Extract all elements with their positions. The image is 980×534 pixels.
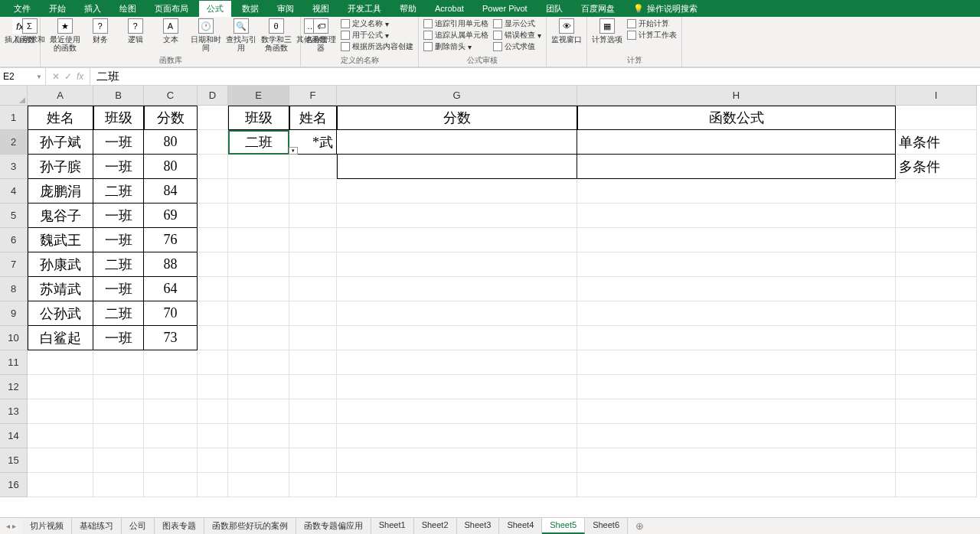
cell-H13[interactable] [577, 399, 896, 424]
cell-A7[interactable]: 孙康武 [28, 252, 93, 277]
cell-F9[interactable] [289, 301, 337, 326]
cell-I8[interactable] [896, 277, 977, 301]
show-formula-button[interactable]: 显示公式 [493, 18, 541, 29]
menu-tab-文件[interactable]: 文件 [6, 1, 38, 17]
cell-B16[interactable] [93, 473, 144, 497]
fx-icon[interactable]: fx [77, 71, 83, 82]
cell-C13[interactable] [144, 399, 198, 424]
cell-B7[interactable]: 二班 [93, 252, 144, 277]
cell-I7[interactable] [896, 252, 977, 277]
menu-tab-数据[interactable]: 数据 [234, 1, 266, 17]
cell-C14[interactable] [144, 424, 198, 448]
cell-F12[interactable] [289, 375, 337, 399]
cell-F11[interactable] [289, 350, 337, 375]
cell-I1[interactable] [896, 106, 977, 130]
cell-I9[interactable] [896, 301, 977, 326]
cell-F5[interactable] [289, 204, 337, 228]
col-header-H[interactable]: H [577, 86, 896, 106]
cell-B11[interactable] [93, 350, 144, 375]
cell-B4[interactable]: 二班 [93, 179, 144, 204]
col-header-C[interactable]: C [144, 86, 198, 106]
cell-A5[interactable]: 鬼谷子 [28, 204, 93, 228]
col-header-A[interactable]: A [28, 86, 93, 106]
sheet-tab-Sheet6[interactable]: Sheet6 [585, 518, 628, 534]
sheet-tab-Sheet4[interactable]: Sheet4 [499, 518, 542, 534]
cell-I12[interactable] [896, 375, 977, 399]
sheet-tab-Sheet5[interactable]: Sheet5 [542, 518, 585, 534]
cell-H5[interactable] [577, 204, 896, 228]
cell-C8[interactable]: 64 [144, 277, 198, 301]
cell-D7[interactable] [198, 252, 228, 277]
cell-F8[interactable] [289, 277, 337, 301]
cell-A13[interactable] [28, 399, 93, 424]
recent-fn-button[interactable]: ★最近使用的函数 [50, 18, 80, 52]
cell-C3[interactable]: 80 [144, 155, 198, 179]
cell-B1[interactable]: 班级 [93, 106, 144, 130]
row-header-6[interactable]: 6 [0, 228, 28, 252]
cell-H4[interactable] [577, 179, 896, 204]
cell-H6[interactable] [577, 228, 896, 252]
remove-arrow-button[interactable]: 删除箭头 ▾ [423, 41, 488, 52]
row-header-8[interactable]: 8 [0, 277, 28, 301]
cell-F7[interactable] [289, 252, 337, 277]
cell-I2[interactable]: 单条件 [896, 130, 977, 155]
row-header-3[interactable]: 3 [0, 155, 28, 179]
sheet-tab-图表专题[interactable]: 图表专题 [155, 518, 204, 534]
cell-C12[interactable] [144, 375, 198, 399]
cell-F6[interactable] [289, 228, 337, 252]
cell-A9[interactable]: 公孙武 [28, 301, 93, 326]
text-button[interactable]: A文本 [155, 18, 186, 44]
menu-tab-团队[interactable]: 团队 [538, 1, 570, 17]
datetime-button[interactable]: 🕐日期和时间 [191, 18, 221, 52]
cell-E7[interactable] [228, 252, 289, 277]
row-header-13[interactable]: 13 [0, 399, 28, 424]
cell-A11[interactable] [28, 350, 93, 375]
cell-D14[interactable] [198, 424, 228, 448]
cell-G2[interactable] [337, 130, 577, 155]
cell-G1[interactable]: 分数 [337, 106, 577, 130]
col-header-D[interactable]: D [198, 86, 228, 106]
cell-H1[interactable]: 函数公式 [577, 106, 896, 130]
name-manager-button[interactable]: 🏷名称管理器 [305, 18, 336, 52]
cell-F15[interactable] [289, 448, 337, 473]
cell-G14[interactable] [337, 424, 577, 448]
menu-tab-开发工具[interactable]: 开发工具 [340, 1, 389, 17]
cell-H10[interactable] [577, 326, 896, 350]
cell-F16[interactable] [289, 473, 337, 497]
col-header-E[interactable]: E [228, 86, 289, 106]
trace-dep-button[interactable]: 追踪从属单元格 [423, 30, 488, 41]
sheet-tab-函数那些好玩的案例[interactable]: 函数那些好玩的案例 [204, 518, 296, 534]
sheet-tab-Sheet2[interactable]: Sheet2 [414, 518, 457, 534]
cell-G10[interactable] [337, 326, 577, 350]
cell-I4[interactable] [896, 179, 977, 204]
row-header-15[interactable]: 15 [0, 448, 28, 473]
cell-B5[interactable]: 一班 [93, 204, 144, 228]
cell-D10[interactable] [198, 326, 228, 350]
menu-tab-公式[interactable]: 公式 [199, 1, 231, 17]
cell-C2[interactable]: 80 [144, 130, 198, 155]
menu-tab-百度网盘[interactable]: 百度网盘 [573, 1, 622, 17]
cell-E16[interactable] [228, 473, 289, 497]
calc-now-button[interactable]: 开始计算 [627, 18, 677, 29]
cell-B6[interactable]: 一班 [93, 228, 144, 252]
cell-G11[interactable] [337, 350, 577, 375]
row-header-9[interactable]: 9 [0, 301, 28, 326]
cell-F1[interactable]: 姓名 [289, 106, 337, 130]
eval-formula-button[interactable]: 公式求值 [493, 41, 541, 52]
cell-E11[interactable] [228, 350, 289, 375]
cell-C10[interactable]: 73 [144, 326, 198, 350]
menu-tab-审阅[interactable]: 审阅 [270, 1, 302, 17]
cell-E1[interactable]: 班级 [228, 106, 289, 130]
row-header-7[interactable]: 7 [0, 252, 28, 277]
cell-G6[interactable] [337, 228, 577, 252]
cell-F3[interactable] [289, 155, 337, 179]
menu-tab-开始[interactable]: 开始 [41, 1, 74, 17]
cell-A1[interactable]: 姓名 [28, 106, 93, 130]
cell-G16[interactable] [337, 473, 577, 497]
cell-G15[interactable] [337, 448, 577, 473]
trace-prec-button[interactable]: 追踪引用单元格 [423, 18, 488, 29]
col-header-I[interactable]: I [896, 86, 977, 106]
cell-I3[interactable]: 多条件 [896, 155, 977, 179]
cell-B3[interactable]: 一班 [93, 155, 144, 179]
cell-B2[interactable]: 一班 [93, 130, 144, 155]
